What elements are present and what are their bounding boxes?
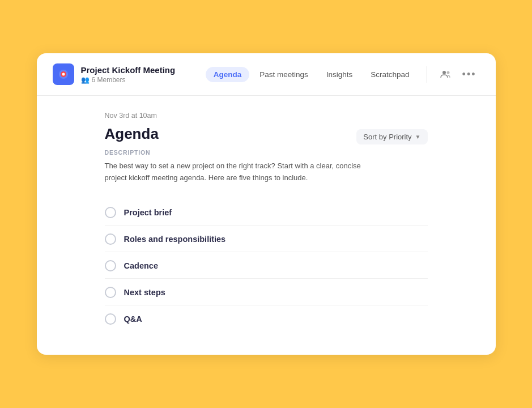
sort-button[interactable]: Sort by Priority ▼ bbox=[356, 129, 427, 144]
item-5-label: Q&A bbox=[124, 314, 142, 324]
nav-tabs: Agenda Past meetings Insights Scratchpad bbox=[206, 67, 418, 82]
list-item: Project brief bbox=[105, 200, 428, 226]
ellipsis-icon: ••• bbox=[462, 69, 476, 80]
tab-past-meetings[interactable]: Past meetings bbox=[252, 67, 316, 82]
header-actions: ••• bbox=[427, 66, 480, 83]
members-icon: 👥 bbox=[81, 76, 90, 84]
svg-point-5 bbox=[446, 71, 449, 74]
meeting-info: Project Kickoff Meeting 👥 6 Members bbox=[81, 65, 206, 84]
members-button[interactable] bbox=[436, 66, 454, 82]
list-item: Roles and responsibilities bbox=[105, 227, 428, 252]
item-4-label: Next steps bbox=[124, 288, 165, 297]
item-2-label: Roles and responsibilities bbox=[124, 235, 226, 244]
item-1-radio[interactable] bbox=[105, 207, 116, 218]
meeting-title: Project Kickoff Meeting bbox=[81, 65, 206, 75]
svg-point-4 bbox=[442, 71, 446, 74]
people-icon bbox=[440, 69, 451, 80]
content: Nov 3rd at 10am Agenda Sort by Priority … bbox=[37, 96, 496, 355]
item-2-radio[interactable] bbox=[105, 233, 116, 245]
tab-agenda[interactable]: Agenda bbox=[206, 67, 250, 82]
meeting-members: 👥 6 Members bbox=[81, 76, 206, 84]
app-icon bbox=[53, 63, 74, 85]
list-item: Q&A bbox=[105, 307, 428, 332]
chevron-down-icon: ▼ bbox=[415, 134, 421, 140]
item-4-radio[interactable] bbox=[105, 287, 116, 298]
description-text: The best way to set a new project on the… bbox=[105, 160, 382, 184]
item-1-label: Project brief bbox=[124, 208, 172, 217]
list-item: Next steps bbox=[105, 280, 428, 305]
item-3-radio[interactable] bbox=[105, 260, 116, 271]
main-card: Project Kickoff Meeting 👥 6 Members Agen… bbox=[37, 53, 496, 355]
item-5-radio[interactable] bbox=[105, 313, 116, 325]
list-item: Cadence bbox=[105, 253, 428, 279]
agenda-items: Project brief Roles and responsibilities… bbox=[105, 200, 428, 332]
svg-point-3 bbox=[62, 73, 65, 76]
description-section-label: DESCRIPTION bbox=[105, 149, 428, 156]
more-options-button[interactable]: ••• bbox=[459, 66, 480, 83]
header: Project Kickoff Meeting 👥 6 Members Agen… bbox=[37, 53, 496, 96]
date-label: Nov 3rd at 10am bbox=[105, 112, 428, 120]
tab-scratchpad[interactable]: Scratchpad bbox=[363, 67, 417, 82]
tab-insights[interactable]: Insights bbox=[318, 67, 361, 82]
item-3-label: Cadence bbox=[124, 261, 158, 270]
